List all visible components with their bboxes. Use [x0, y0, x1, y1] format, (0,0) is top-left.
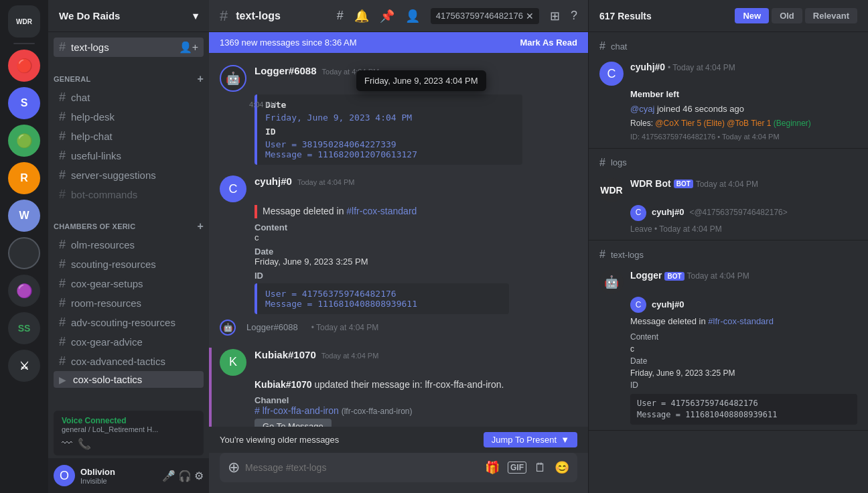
beginner-label: (Beginner)	[774, 119, 811, 128]
pin-icon[interactable]: 📌	[380, 9, 394, 23]
field-label: Date	[265, 100, 514, 110]
filter-relevant-button[interactable]: Relevant	[805, 8, 857, 23]
go-to-message-button[interactable]: Go To Message	[255, 419, 332, 427]
message-body: Message deleted in #lfr-cox-standard	[263, 205, 577, 218]
sidebar-item-scouting-resources[interactable]: # scouting-resources	[54, 255, 204, 274]
server-icon-we-do-raids[interactable]: WDR	[8, 5, 40, 38]
add-channel-icon[interactable]: +	[197, 73, 204, 85]
message-username: cyuhj#0	[255, 175, 292, 187]
members-icon[interactable]: 👤	[405, 9, 420, 23]
server-icon-1[interactable]: 🔴	[8, 50, 40, 82]
sub-username: cyuhj#0	[652, 299, 684, 311]
headset-icon[interactable]: 🎧	[178, 470, 192, 482]
avatar[interactable]: O	[54, 465, 75, 486]
updated-username: Kubiak#1070	[255, 379, 312, 390]
sidebar-item-cox-gear-setups[interactable]: # cox-gear-setups	[54, 274, 204, 293]
message-group: K Kubiak#1070 Today at 4:04 PM Kubiak#10…	[209, 348, 588, 427]
mic-icon[interactable]: 🎤	[162, 470, 175, 482]
roles-line: Roles: @CoX Tier 5 (Elite) @ToB Tier 1 (…	[630, 118, 857, 129]
avatar: K	[220, 349, 246, 376]
gift-icon[interactable]: 🎁	[485, 460, 500, 475]
search-clear-icon[interactable]: ✕	[526, 11, 534, 21]
hash-icon: #	[59, 188, 66, 202]
channel-link[interactable]: # lfr-cox-ffa-and-iron	[255, 405, 339, 416]
category-general[interactable]: GENERAL +	[48, 62, 209, 88]
channel-link[interactable]: #lfr-cox-standard	[346, 206, 417, 216]
server-sidebar: WDR 🔴 S 🟢 R W 🟣 SS ⚔	[0, 0, 48, 493]
filter-old-button[interactable]: Old	[772, 8, 802, 23]
server-name-text: We Do Raids	[59, 10, 120, 21]
mark-read-button[interactable]: Mark As Read	[520, 38, 578, 48]
sidebar-item-help-desk[interactable]: # help-desk	[54, 107, 204, 127]
jump-to-present-button[interactable]: Jump To Present ▼	[484, 432, 577, 447]
gif-button[interactable]: GIF	[508, 462, 526, 474]
bell-icon[interactable]: 🔔	[354, 9, 369, 23]
date-label: Date	[630, 356, 647, 366]
sidebar-item-chat[interactable]: # chat	[54, 88, 204, 107]
emoji-icon[interactable]: 😊	[555, 460, 569, 475]
sticker-icon[interactable]: 🗒	[534, 461, 547, 475]
sidebar-item-cox-gear-advice[interactable]: # cox-gear-advice	[54, 332, 204, 352]
sidebar-item-help-chat[interactable]: # help-chat	[54, 127, 204, 146]
sub-avatar: C	[630, 297, 646, 313]
channel-alt: (lfr-cox-ffa-and-iron)	[342, 407, 413, 416]
server-icon-6[interactable]	[8, 237, 40, 269]
result-section-chat: # chat C cyuhj#0 • Today at 4:04 PM Memb…	[589, 32, 868, 149]
sidebar-item-cox-advanced-tactics[interactable]: # cox-advanced-tactics	[54, 352, 204, 371]
message-meta: Kubiak#1070 Today at 4:04 PM	[255, 349, 378, 360]
help-icon[interactable]: ?	[571, 9, 577, 23]
result-timestamp: • Today at 4:04 PM	[668, 63, 735, 72]
search-box[interactable]: 417563759746482176 ✕	[431, 8, 539, 24]
react-icon[interactable]: 😀	[488, 180, 506, 198]
more-icon[interactable]: ⋯	[561, 180, 577, 198]
hash-icon: #	[59, 257, 66, 271]
user-status: Invisible	[80, 477, 157, 485]
settings-icon[interactable]: ⚙	[194, 470, 204, 482]
sub-user-row: C cyuhj#0 <@417563759746482176>	[630, 205, 857, 221]
sidebar-item-olm-resources[interactable]: # olm-resources	[54, 235, 204, 255]
deleted-message-container: Message deleted in #lfr-cox-standard	[255, 205, 577, 218]
reply-icon[interactable]: ↩	[512, 180, 526, 198]
server-icon-8[interactable]: SS	[8, 312, 40, 344]
add-reaction-icon[interactable]: 😊+	[531, 180, 556, 198]
grid-icon[interactable]: ⊞	[550, 9, 560, 23]
sidebar-item-room-resources[interactable]: # room-resources	[54, 293, 204, 313]
result-item[interactable]: WDR WDR BotBOT Today at 4:04 PM C cyuhj#…	[589, 173, 868, 241]
id-line: ID: 417563759746482176 • Today at 4:04 P…	[630, 132, 857, 142]
category-cox[interactable]: CHAMBERS OF XERIC +	[48, 210, 209, 235]
sidebar-item-text-logs[interactable]: # text-logs 👤+	[54, 38, 204, 57]
result-body: Member left @cyaj joined 46 seconds ago …	[630, 88, 857, 143]
server-icon-7[interactable]: 🟣	[8, 275, 40, 307]
server-icon-4[interactable]: R	[8, 162, 40, 194]
message-input[interactable]	[245, 455, 480, 480]
search-results-list: # chat C cyuhj#0 • Today at 4:04 PM Memb…	[589, 32, 868, 493]
sidebar-item-cox-solo-tactics[interactable]: ▶ cox-solo-tactics	[54, 371, 204, 388]
hashtag-icon[interactable]: #	[337, 9, 344, 23]
category-label: GENERAL	[54, 75, 90, 83]
avatar: C	[599, 62, 624, 86]
add-attachment-button[interactable]: ⊕	[228, 459, 240, 476]
role-mention: @ToB Tier 1	[727, 119, 771, 128]
result-item[interactable]: C cyuhj#0 • Today at 4:04 PM Member left…	[589, 56, 868, 149]
sidebar-item-adv-scouting[interactable]: # adv-scouting-resources	[54, 313, 204, 332]
server-icon-5[interactable]: W	[8, 200, 40, 232]
sidebar-item-useful-links[interactable]: # useful-links	[54, 146, 204, 165]
channel-link[interactable]: #lfr-cox-standard	[708, 316, 774, 326]
server-icon-3[interactable]: 🟢	[8, 125, 40, 157]
sidebar-item-bot-commands[interactable]: # bot-commands	[54, 185, 204, 204]
viewing-older-text: You're viewing older messages	[220, 435, 339, 445]
result-item[interactable]: 🤖 LoggerBOT Today at 4:04 PM C cyuhj#0 M…	[589, 265, 868, 431]
message-timestamp: Today at 4:04 PM	[321, 352, 379, 360]
hash-icon: #	[59, 335, 66, 349]
voice-disconnect-icon[interactable]: 📞	[78, 437, 91, 450]
server-icon-9[interactable]: ⚔	[8, 350, 40, 382]
add-channel-icon[interactable]: +	[197, 220, 204, 232]
server-name[interactable]: We Do Raids ▾	[48, 0, 209, 32]
server-icon-2[interactable]: S	[8, 87, 40, 119]
voice-waveform-icon[interactable]: 〰	[62, 437, 72, 450]
result-item-header: C cyuhj#0 • Today at 4:04 PM	[599, 62, 857, 86]
field-label: Date	[255, 246, 577, 257]
sidebar-item-server-suggestions[interactable]: # server-suggestions	[54, 165, 204, 185]
server-divider	[13, 43, 35, 44]
filter-new-button[interactable]: New	[735, 8, 769, 23]
